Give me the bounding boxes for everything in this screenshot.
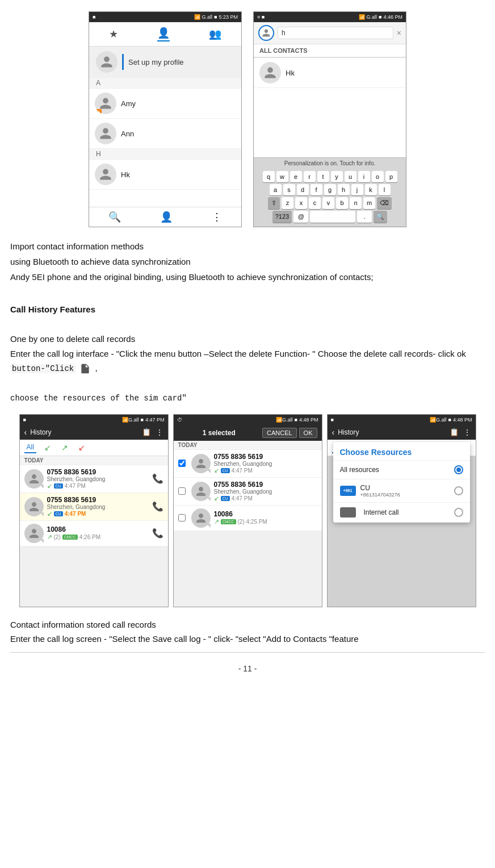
key-num[interactable]: ?123 — [272, 211, 292, 223]
key-c[interactable]: c — [309, 197, 321, 209]
select-call-meta-1: ↙ CU 4:47 PM — [214, 467, 317, 474]
key-at[interactable]: @ — [293, 211, 308, 223]
key-y[interactable]: y — [331, 171, 343, 182]
call-phone-icon-3[interactable]: 📞 — [152, 528, 163, 539]
back-icon-h1[interactable]: ‹ — [24, 428, 27, 437]
save-icon-h3[interactable]: 📋 — [450, 428, 459, 437]
key-a[interactable]: a — [270, 184, 282, 195]
contact-hk[interactable]: Hk — [89, 160, 241, 190]
key-w[interactable]: w — [276, 171, 288, 182]
person-icon — [195, 458, 207, 469]
call-avatar-2 — [24, 497, 44, 516]
key-i[interactable]: i — [358, 171, 370, 182]
favorites-tab-icon[interactable]: ★ — [109, 28, 118, 40]
time-h3: 4:48 PM — [453, 417, 472, 423]
key-l[interactable]: l — [379, 184, 391, 195]
radio-all-resources[interactable] — [454, 465, 463, 474]
save-icon-h1[interactable]: 📋 — [142, 428, 151, 437]
key-n[interactable]: n — [350, 197, 362, 209]
cr-all-resources[interactable]: All resources — [333, 461, 470, 479]
radio-cu[interactable] — [454, 486, 463, 495]
key-period[interactable]: . — [357, 211, 372, 223]
contact-amy[interactable]: 41 Amy — [89, 89, 241, 119]
radio-internet[interactable] — [454, 508, 463, 517]
key-x[interactable]: x — [295, 197, 307, 209]
tab-all-1[interactable]: All — [24, 442, 36, 453]
select-call-meta-3: ↗ CMCC (2) 4:25 PM — [214, 518, 317, 525]
call-row-1-2[interactable]: 0755 8836 5619 Shenzhen, Guangdong ↙ CU … — [20, 493, 168, 521]
key-shift[interactable]: ⇧ — [268, 197, 280, 209]
key-v[interactable]: v — [322, 197, 334, 209]
history-topbar-1[interactable]: ‹ History 📋 ⋮ — [20, 425, 168, 440]
key-h[interactable]: h — [338, 184, 350, 195]
search-bottom-icon[interactable]: 🔍 — [108, 211, 121, 223]
status-bar-hist1: ■ 📶G.all ■ 4:47 PM — [20, 415, 168, 425]
key-p[interactable]: p — [385, 171, 397, 182]
key-b[interactable]: b — [336, 197, 348, 209]
call-phone-icon-1[interactable]: 📞 — [152, 473, 163, 484]
more-options-icon[interactable]: ⋮ — [212, 211, 222, 223]
bat-h2: ■ — [295, 417, 297, 423]
back-icon-h3[interactable]: ‹ — [332, 428, 335, 437]
key-backspace[interactable]: ⌫ — [377, 197, 392, 209]
cancel-button[interactable]: CANCEL — [262, 428, 297, 438]
cr-cu-sim[interactable]: +861 CU +8613147043276 — [333, 479, 470, 503]
tab-incoming-1[interactable]: ↙ — [42, 442, 53, 453]
call-avatar-3 — [24, 524, 44, 543]
history-screen-2: ⏱ 📶G.all ■ 4:48 PM 1 selected CANCEL OK … — [173, 414, 322, 607]
select-call-row-2[interactable]: 0755 8836 5619 Shenzhen, Guangdong ↙ CU … — [174, 478, 322, 506]
key-q[interactable]: q — [263, 171, 275, 182]
key-r[interactable]: r — [304, 171, 316, 182]
call-phone-icon-2[interactable]: 📞 — [152, 501, 163, 512]
key-search[interactable]: 🔍 — [374, 211, 387, 223]
menu-icon-h3[interactable]: ⋮ — [463, 428, 471, 437]
key-d[interactable]: d — [297, 184, 309, 195]
call-checkbox-2[interactable] — [178, 487, 186, 495]
contacts-tab-icon[interactable]: 👤 — [157, 27, 170, 41]
history-tabs-1[interactable]: All ↙ ↗ ↙ — [20, 440, 168, 456]
profile-row[interactable]: Set up my profile — [89, 47, 241, 78]
key-s[interactable]: s — [283, 184, 295, 195]
arrow-indicator — [277, 80, 281, 84]
history-topbar-3[interactable]: ‹ History 📋 ⋮ — [328, 425, 476, 440]
key-k[interactable]: k — [365, 184, 377, 195]
para-code-2: choose the resources of the sim card" — [10, 391, 485, 405]
select-call-row-3[interactable]: 10086 ↗ CMCC (2) 4:25 PM — [174, 506, 322, 531]
main-text-section: Import contact information methods using… — [10, 240, 485, 405]
search-input[interactable] — [278, 27, 393, 39]
call-arrow — [207, 469, 211, 473]
key-f[interactable]: f — [311, 184, 322, 195]
footer-divider — [10, 652, 485, 653]
call-info-2: 0755 8836 5619 Shenzhen, Guangdong ↙ CU … — [47, 496, 149, 518]
key-space[interactable] — [310, 211, 355, 223]
call-row-1-3[interactable]: 10086 ↗ (2) CMCC 4:26 PM 📞 — [20, 521, 168, 546]
menu-icon-h1[interactable]: ⋮ — [156, 428, 163, 437]
call-checkbox-1[interactable] — [178, 460, 186, 467]
contacts-bottom-bar[interactable]: 🔍 👤 ⋮ — [89, 207, 241, 227]
keyboard-area[interactable]: q w e r t y u i o p a s d f g h — [254, 169, 406, 227]
key-o[interactable]: o — [372, 171, 384, 182]
key-e[interactable]: e — [290, 171, 302, 182]
contact-ann[interactable]: Ann — [89, 119, 241, 149]
tab-missed-1[interactable]: ↙ — [76, 442, 87, 453]
select-topbar[interactable]: 1 selected CANCEL OK — [174, 425, 322, 441]
call-checkbox-3[interactable] — [178, 514, 186, 521]
contacts-tabs[interactable]: ★ 👤 👥 — [89, 22, 241, 47]
key-u[interactable]: u — [345, 171, 356, 182]
key-m[interactable]: m — [363, 197, 375, 209]
key-t[interactable]: t — [317, 171, 329, 182]
key-z[interactable]: z — [282, 197, 293, 209]
cr-internet[interactable]: Internet call — [333, 503, 470, 523]
groups-tab-icon[interactable]: 👥 — [209, 28, 221, 40]
ok-button[interactable]: OK — [299, 428, 317, 438]
select-call-row-1[interactable]: 0755 8836 5619 Shenzhen, Guangdong ↙ CU … — [174, 450, 322, 478]
avatar-person-icon — [99, 127, 112, 140]
add-contact-icon[interactable]: 👤 — [160, 211, 173, 223]
clear-search-icon[interactable]: × — [397, 28, 401, 37]
tab-outgoing-1[interactable]: ↗ — [59, 442, 70, 453]
call-row-1-1[interactable]: 0755 8836 5619 Shenzhen, Guangdong ↙ CU … — [20, 465, 168, 493]
contact-hk-search[interactable]: Hk — [254, 58, 406, 88]
key-j[interactable]: j — [351, 184, 363, 195]
key-g[interactable]: g — [324, 184, 336, 195]
search-bar-row[interactable]: × — [254, 22, 406, 44]
